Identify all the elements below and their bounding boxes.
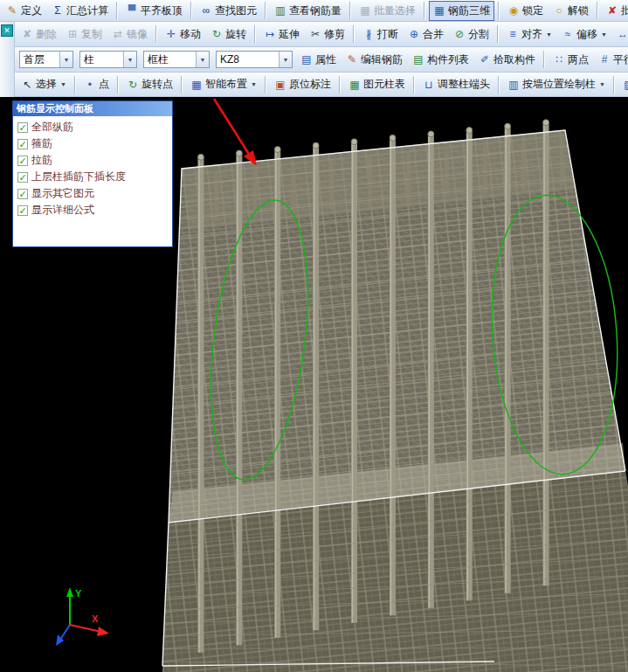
button-label: 按墙位置绘制柱 — [522, 77, 596, 92]
checkbox-show-other-elements[interactable]: ✓显示其它图元 — [15, 185, 170, 202]
component-list-icon: ▤ — [412, 53, 424, 66]
delete-button[interactable]: ✘删除 — [17, 24, 61, 45]
toolbar-separator — [424, 2, 425, 19]
toolbar-separator — [597, 2, 598, 19]
button-label: 分割 — [468, 27, 489, 42]
parallel-button[interactable]: #平行 — [594, 50, 628, 70]
toolbar-row-2: ✘删除⊞复制⇄镜像✛移动↻旋转↦延伸✂修剪∦打断⊕合并⊘分割≡对齐▼≈偏移▼↔拉 — [0, 22, 628, 47]
align-slab-top-button[interactable]: ▀平齐板顶 — [121, 1, 187, 21]
chevron-down-icon[interactable]: ▼ — [279, 52, 292, 67]
smart-layout-button[interactable]: ▦智能布置▼ — [186, 74, 261, 94]
copy-button[interactable]: ⊞复制 — [62, 24, 107, 45]
draw-column-by-wall-button[interactable]: ▥按墙位置绘制柱▼ — [503, 74, 610, 94]
move-button[interactable]: ✛移动 — [161, 24, 205, 45]
draw-column-by-wall-icon: ▥ — [507, 79, 520, 91]
point-button[interactable]: •点 — [79, 74, 114, 94]
chevron-down-icon[interactable]: ▼ — [59, 52, 72, 67]
checkbox-upper-column-dowel-length[interactable]: ✓上层柱插筋下插长度 — [15, 169, 170, 185]
toolbar-separator — [265, 76, 266, 94]
auto-judge-button[interactable]: ▨自动判断 — [618, 74, 628, 94]
type-combo[interactable]: 框柱▼ — [143, 51, 210, 68]
two-points-button[interactable]: ∷两点 — [549, 50, 593, 70]
button-label: 复制 — [81, 27, 102, 42]
move-icon: ✛ — [165, 28, 177, 40]
panel-title[interactable]: 钢筋显示控制面板 — [13, 101, 172, 116]
button-label: 修剪 — [324, 27, 345, 42]
lock-button[interactable]: ◉锁定 — [503, 1, 548, 21]
mirror-button[interactable]: ⇄镜像 — [107, 24, 152, 45]
adjust-column-end-button[interactable]: ⊔调整柱端头 — [418, 74, 494, 94]
component-combo[interactable]: KZ8▼ — [216, 51, 293, 68]
checkbox-icon[interactable]: ✓ — [17, 172, 28, 183]
define-button[interactable]: ✎定义 — [2, 1, 46, 21]
chevron-down-icon[interactable]: ▼ — [123, 52, 136, 67]
toolbar-row-4: ↖选择▼•点↻旋转点▦智能布置▼▣原位标注▦图元柱表⊔调整柱端头▥按墙位置绘制柱… — [0, 73, 628, 97]
select-button[interactable]: ↖选择▼ — [17, 74, 71, 94]
floor-combo[interactable]: 首层▼ — [19, 51, 73, 68]
toolbar-row-1: ✎定义Σ汇总计算▀平齐板顶∞查找图元▥查看钢筋量▦批量选择▦钢筋三维◉锁定○解锁… — [0, 0, 628, 22]
break-button[interactable]: ∦打断 — [358, 24, 403, 45]
checkbox-icon[interactable]: ✓ — [17, 139, 28, 149]
cursor-icon: ↖ — [21, 79, 33, 91]
batch-delete-unused-button[interactable]: ✘批量删除未使用构 — [602, 1, 628, 21]
view-rebar-quantity-button[interactable]: ▥查看钢筋量 — [270, 1, 346, 21]
point-icon: • — [84, 79, 96, 91]
chevron-down-icon: ▼ — [599, 81, 605, 87]
component-list-button[interactable]: ▤构件列表 — [408, 50, 473, 70]
dock-close-icon[interactable]: ✕ — [1, 24, 13, 37]
checkbox-icon[interactable]: ✓ — [17, 189, 28, 199]
batch-select-icon: ▦ — [359, 4, 371, 17]
toolbar-separator — [498, 2, 500, 19]
rotate-point-button[interactable]: ↻旋转点 — [122, 74, 177, 94]
define-icon: ✎ — [6, 4, 18, 17]
pick-component-button[interactable]: ✐拾取构件 — [474, 50, 540, 70]
align-button[interactable]: ≡对齐▼ — [502, 24, 556, 45]
stretch-button[interactable]: ↔拉 — [612, 24, 628, 45]
checkbox-tie-bars[interactable]: ✓拉筋 — [15, 152, 170, 169]
checkbox-stirrups[interactable]: ✓箍筋 — [15, 135, 170, 152]
checkbox-all-longitudinal-bars[interactable]: ✓全部纵筋 — [15, 119, 170, 135]
summary-calc-button[interactable]: Σ汇总计算 — [47, 1, 113, 21]
checkbox-icon[interactable]: ✓ — [17, 205, 28, 216]
button-label: 平齐板顶 — [141, 3, 183, 18]
component-combo-value: KZ8 — [217, 53, 279, 66]
button-label: 打断 — [377, 27, 398, 42]
button-label: 点 — [99, 77, 109, 92]
toolbar-row-3: 首层▼柱▼框柱▼KZ8▼▤属性✎编辑钢筋▤构件列表✐拾取构件∷两点#平行⊥ — [0, 47, 628, 73]
offset-button[interactable]: ≈偏移▼ — [557, 24, 611, 45]
pick-component-icon: ✐ — [479, 53, 491, 66]
checkbox-icon[interactable]: ✓ — [17, 122, 28, 133]
toolbar-separator — [74, 76, 76, 94]
rotate-point-icon: ↻ — [127, 79, 139, 91]
two-points-icon: ∷ — [553, 53, 565, 66]
trim-button[interactable]: ✂修剪 — [305, 24, 349, 45]
split-button[interactable]: ⊘分割 — [449, 24, 493, 45]
insitu-annotation-button[interactable]: ▣原位标注 — [270, 74, 335, 94]
checkbox-show-detailed-formula[interactable]: ✓显示详细公式 — [15, 202, 170, 218]
rebar-3d-icon: ▦ — [433, 4, 445, 17]
element-column-table-button[interactable]: ▦图元柱表 — [344, 74, 410, 94]
binoculars-icon: ∞ — [200, 4, 212, 17]
checkbox-icon[interactable]: ✓ — [17, 156, 28, 166]
extend-button[interactable]: ↦延伸 — [259, 24, 304, 45]
toolbar-separator — [543, 51, 545, 68]
batch-delete-icon: ✘ — [606, 4, 618, 17]
toolbar-separator — [498, 76, 500, 94]
properties-button[interactable]: ▤属性 — [296, 50, 341, 70]
toolbar-separator — [117, 76, 119, 94]
panel-body: ✓全部纵筋✓箍筋✓拉筋✓上层柱插筋下插长度✓显示其它图元✓显示详细公式 — [13, 116, 172, 221]
find-element-button[interactable]: ∞查找图元 — [196, 1, 261, 21]
batch-select-button[interactable]: ▦批量选择 — [355, 1, 420, 21]
rotate-button[interactable]: ↻旋转 — [206, 24, 251, 45]
category-combo[interactable]: 柱▼ — [79, 51, 137, 68]
unlock-button[interactable]: ○解锁 — [549, 1, 593, 21]
chevron-down-icon[interactable]: ▼ — [196, 52, 209, 67]
merge-button[interactable]: ⊕合并 — [404, 24, 448, 45]
checkbox-label: 显示其它图元 — [31, 186, 94, 201]
toolbar-separator — [190, 2, 192, 19]
copy-icon: ⊞ — [66, 28, 79, 40]
rebar-3d-button[interactable]: ▦钢筋三维 — [429, 1, 494, 21]
edit-rebar-button[interactable]: ✎编辑钢筋 — [342, 50, 407, 70]
chevron-down-icon: ▼ — [546, 31, 552, 38]
checkbox-label: 显示详细公式 — [31, 203, 94, 218]
